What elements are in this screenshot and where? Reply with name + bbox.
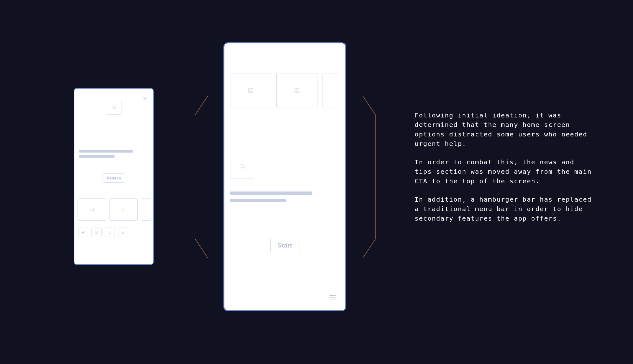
news-card[interactable] [323, 73, 340, 108]
assess-button[interactable]: Assess [103, 173, 125, 183]
tab-a[interactable]: A [78, 228, 88, 237]
tab-d[interactable]: D [118, 228, 128, 237]
wireframe-original: Assess A B C D [74, 88, 154, 265]
start-button[interactable]: Start [270, 238, 299, 253]
news-card[interactable] [141, 198, 150, 221]
headline-placeholder [78, 150, 150, 158]
news-card[interactable] [276, 73, 317, 108]
news-card[interactable] [230, 73, 271, 108]
annotation-p1: Following initial ideation, it was deter… [415, 110, 592, 148]
news-tips-top-carousel[interactable] [230, 73, 340, 108]
annotation-text: Following initial ideation, it was deter… [415, 110, 592, 232]
bracket-right-decoration [362, 96, 378, 258]
tab-b[interactable]: B [91, 228, 102, 237]
news-tips-carousel[interactable] [78, 198, 150, 221]
headline-placeholder [230, 191, 340, 202]
bracket-left-decoration [192, 96, 208, 258]
tab-c[interactable]: C [105, 228, 115, 237]
news-card[interactable] [78, 198, 106, 221]
hamburger-icon[interactable] [329, 295, 336, 299]
settings-icon[interactable] [142, 96, 147, 103]
app-logo-placeholder [106, 99, 122, 115]
app-logo-placeholder [230, 155, 254, 179]
bottom-tab-bar: A B C D [78, 228, 150, 237]
annotation-p2: In order to combat this, the news and ti… [415, 157, 592, 186]
news-card[interactable] [109, 198, 138, 221]
annotation-p3: In addition, a hamburger bar has replace… [415, 195, 592, 223]
wireframe-revised: Start [223, 42, 346, 311]
